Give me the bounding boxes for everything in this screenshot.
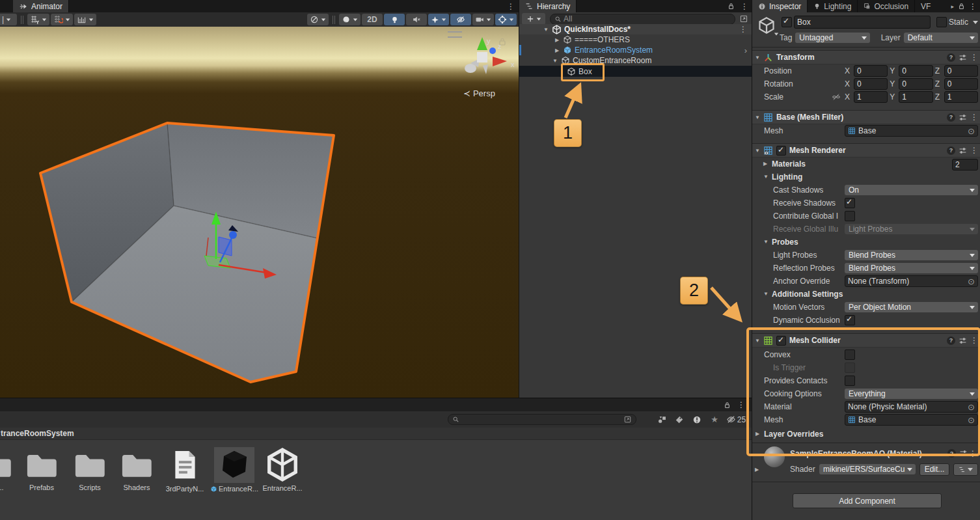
physic-material-field[interactable]: None (Physic Material)⊙: [845, 401, 978, 413]
object-picker-icon[interactable]: ⊙: [968, 126, 975, 136]
material-title-row[interactable]: SampleEntranceRoomAO (Material) ? ⋮: [752, 448, 980, 459]
receive-gi-dropdown[interactable]: Light Probes: [845, 224, 978, 234]
foldout-open-icon[interactable]: ▼: [755, 148, 760, 154]
object-picker-icon[interactable]: ⊙: [968, 277, 975, 286]
scene-viewport[interactable]: y z x ≺ Persp: [0, 27, 519, 398]
presets-icon[interactable]: [959, 449, 968, 458]
scale-x-field[interactable]: [854, 91, 888, 103]
shader-dropdown[interactable]: mikinel/ERS/SurfaceCu: [819, 464, 916, 474]
asset-item-entrance-prefab[interactable]: EntranceR...: [210, 447, 259, 493]
open-search-window-icon[interactable]: [623, 415, 632, 424]
foldout-open-icon[interactable]: ▼: [763, 174, 769, 180]
lock-icon[interactable]: [723, 401, 731, 409]
foldout-closed-icon[interactable]: ▶: [554, 48, 560, 53]
search-by-import-log-button[interactable]: [689, 414, 705, 426]
dynamic-occlusion-checkbox[interactable]: ✓: [845, 315, 855, 325]
tag-dropdown[interactable]: Untagged: [795, 33, 869, 43]
help-icon[interactable]: ?: [947, 146, 955, 155]
position-y-field[interactable]: [899, 65, 932, 77]
rotation-x-field[interactable]: [854, 78, 888, 90]
scale-y-field[interactable]: [899, 91, 932, 103]
transform-header[interactable]: ▼ Transform ? ⋮: [752, 50, 980, 64]
collider-mesh-field[interactable]: Base ⊙: [845, 414, 978, 426]
foldout-open-icon[interactable]: ▼: [763, 291, 769, 297]
link-scale-off-icon[interactable]: [832, 92, 841, 102]
search-by-label-button[interactable]: [672, 414, 687, 426]
component-enabled-checkbox[interactable]: ✓: [776, 146, 786, 156]
shader-edit-button[interactable]: Edit...: [919, 463, 949, 476]
presets-icon[interactable]: [959, 336, 967, 345]
asset-item-shaders[interactable]: Shaders: [112, 448, 161, 491]
receive-shadows-checkbox[interactable]: ✓: [845, 198, 855, 208]
hierarchy-row-scene[interactable]: ▼ QuickInstallDocs* ⋮: [519, 24, 752, 34]
reflection-probes-dropdown[interactable]: Blend Probes: [845, 263, 978, 273]
gizmos-button[interactable]: [495, 14, 517, 25]
material-list-button[interactable]: [953, 463, 978, 476]
grid-snap-button[interactable]: [51, 14, 73, 25]
tab-vf[interactable]: VF: [915, 0, 932, 12]
help-icon[interactable]: ?: [947, 53, 955, 62]
tool-handle-dropdown[interactable]: |: [0, 14, 17, 25]
asset-item-3rdparty[interactable]: 3rdPartyN...: [160, 446, 210, 493]
scene-menu-icon[interactable]: ⋮: [507, 2, 515, 11]
scene-audio-toggle[interactable]: [406, 14, 427, 25]
asset-item-entrance-asset[interactable]: EntranceR...: [258, 447, 307, 492]
hierarchy-row-others[interactable]: ▶ =====OTHERS: [519, 34, 752, 45]
asset-item-prefabs[interactable]: Prefabs: [17, 448, 66, 491]
contribute-gi-checkbox[interactable]: [845, 211, 855, 221]
presets-icon[interactable]: [959, 113, 967, 122]
motion-vectors-dropdown[interactable]: Per Object Motion: [845, 302, 978, 312]
tab-animator[interactable]: Animator: [13, 0, 69, 12]
presets-icon[interactable]: [959, 53, 967, 62]
hierarchy-search-field[interactable]: All: [550, 14, 735, 25]
presets-icon[interactable]: [959, 146, 967, 155]
hierarchy-row-entranceroomsystem[interactable]: ▶ EntranceRoomSystem ›: [519, 45, 752, 55]
orientation-gizmo[interactable]: y z x: [465, 37, 515, 74]
cooking-options-dropdown[interactable]: Everything: [845, 389, 978, 399]
anchor-override-field[interactable]: None (Transform)⊙: [845, 275, 978, 287]
provides-contacts-checkbox[interactable]: [845, 376, 855, 386]
rotation-z-field[interactable]: [944, 78, 978, 90]
static-checkbox[interactable]: [936, 17, 947, 27]
hierarchy-row-customentranceroom[interactable]: ▼ CustomEntranceRoom: [519, 55, 752, 66]
object-picker-icon[interactable]: ⊙: [968, 415, 975, 425]
asset-item-scripts[interactable]: Scripts: [65, 448, 115, 491]
layer-overrides-foldout-row[interactable]: ▶ Layer Overrides: [752, 428, 980, 440]
additional-settings-foldout-row[interactable]: ▼ Additional Settings: [752, 288, 980, 300]
scale-z-field[interactable]: [944, 91, 978, 103]
lock-icon[interactable]: [957, 2, 966, 10]
mesh-filter-header[interactable]: ▼ Base (Mesh Filter) ? ⋮: [752, 110, 980, 124]
mesh-object-field[interactable]: Base ⊙: [845, 125, 978, 137]
help-icon[interactable]: ?: [947, 449, 956, 458]
scene-camera-button[interactable]: [472, 14, 494, 25]
foldout-closed-icon[interactable]: ▶: [755, 431, 759, 437]
tab-lighting[interactable]: Lighting: [808, 0, 858, 12]
project-search-field[interactable]: [448, 414, 636, 425]
foldout-open-icon[interactable]: ▼: [543, 27, 549, 33]
component-menu-icon[interactable]: ⋮: [970, 336, 978, 345]
persp-mode-label[interactable]: ≺ Persp: [463, 89, 495, 98]
object-picker-icon[interactable]: ⊙: [968, 402, 975, 412]
foldout-closed-icon[interactable]: ▶: [755, 467, 759, 472]
foldout-closed-icon[interactable]: ▶: [554, 37, 560, 43]
is-trigger-checkbox[interactable]: [845, 363, 855, 373]
inspector-menu-icon[interactable]: ⋮: [969, 2, 977, 11]
favorites-button[interactable]: ★: [707, 414, 722, 426]
mesh-collider-header[interactable]: ▼ ✓ Mesh Collider ? ⋮: [752, 333, 980, 348]
scene-lighting-toggle[interactable]: [384, 14, 405, 25]
project-breadcrumb[interactable]: tranceRoomSystem: [0, 428, 752, 440]
active-checkbox[interactable]: ✓: [782, 17, 792, 27]
scene-visibility-toggle[interactable]: [450, 14, 471, 25]
project-menu-icon[interactable]: ⋮: [737, 400, 745, 409]
tab-hierarchy[interactable]: Hierarchy: [519, 0, 577, 12]
materials-count-field[interactable]: [952, 159, 978, 171]
shading-mode-button[interactable]: [339, 14, 361, 25]
grid-axis-button[interactable]: [27, 14, 49, 25]
mode-2d-button[interactable]: 2D: [362, 14, 383, 25]
light-probes-dropdown[interactable]: Blend Probes: [845, 250, 978, 260]
material-preview-sphere[interactable]: [764, 446, 785, 467]
tab-scroll-right-icon[interactable]: ▸: [951, 3, 954, 10]
search-by-type-button[interactable]: [654, 414, 670, 426]
lighting-foldout-row[interactable]: ▼ Lighting: [752, 171, 980, 183]
component-menu-icon[interactable]: ⋮: [970, 146, 978, 155]
